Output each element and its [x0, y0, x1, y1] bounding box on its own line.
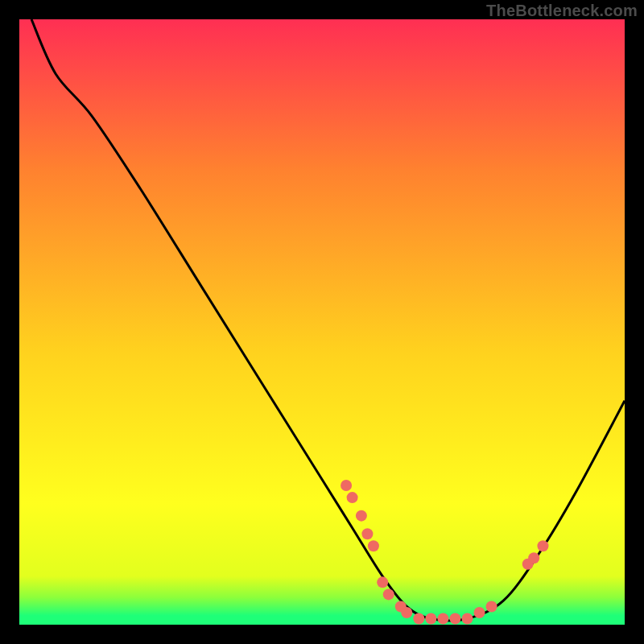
- data-marker: [425, 613, 436, 624]
- data-marker: [401, 607, 412, 618]
- data-marker: [461, 613, 473, 624]
- data-marker: [437, 613, 448, 624]
- bottleneck-chart: [19, 19, 625, 625]
- data-marker: [347, 492, 358, 503]
- data-marker: [486, 601, 497, 612]
- data-marker: [356, 510, 367, 522]
- data-marker: [341, 480, 352, 491]
- data-marker: [377, 576, 388, 588]
- data-marker: [474, 607, 485, 618]
- gradient-background: [19, 19, 625, 625]
- data-marker: [528, 552, 539, 564]
- data-marker: [413, 613, 424, 624]
- data-marker: [537, 540, 548, 551]
- data-marker: [383, 588, 394, 600]
- data-marker: [368, 540, 379, 551]
- watermark-text: TheBottleneck.com: [486, 2, 638, 20]
- data-marker: [361, 528, 373, 539]
- data-marker: [449, 613, 460, 624]
